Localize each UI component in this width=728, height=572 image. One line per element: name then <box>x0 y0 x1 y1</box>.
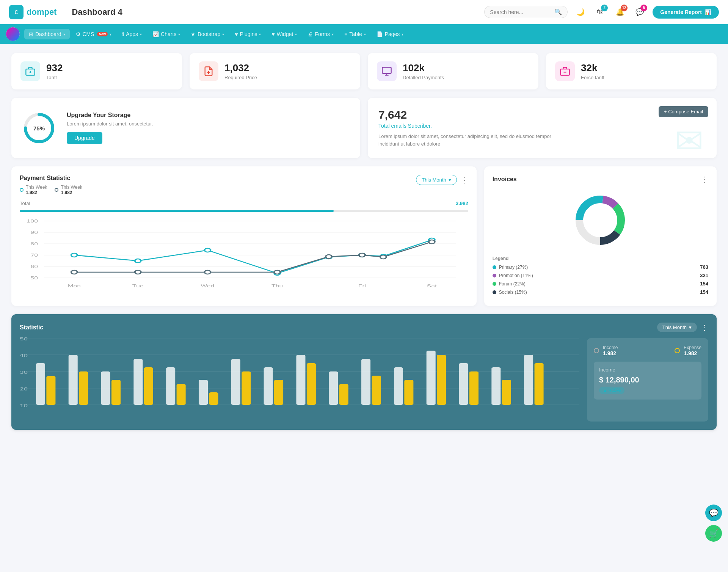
svg-rect-66 <box>111 380 121 405</box>
invoice-socials-left: Socials (15%) <box>493 290 527 295</box>
svg-point-39 <box>135 270 141 274</box>
tariff-value: 932 <box>46 62 63 74</box>
socials-dot <box>493 290 496 294</box>
svg-text:70: 70 <box>30 253 38 257</box>
payment-chart-header: Payment Statistic This Week 1.982 <box>20 175 468 195</box>
statistic-header: Statistic This Month ▾ ⋮ <box>20 323 708 332</box>
page-title: Dashboard 4 <box>72 7 122 17</box>
primary-label: Primary (27%) <box>499 265 528 270</box>
forms-nav-label: Forms <box>315 31 330 37</box>
svg-rect-82 <box>372 376 381 405</box>
price-stat-text: 1,032 Required Price <box>224 62 257 80</box>
promotion-dot <box>493 274 496 277</box>
income-detail-box: Income $ 12,890,00 ▲ +15% <box>594 362 701 400</box>
income-dot <box>594 348 599 353</box>
logo[interactable]: c dompet <box>9 5 56 19</box>
legend-week2-text: This Week 1.982 <box>61 185 82 195</box>
svg-point-43 <box>359 253 365 257</box>
cms-nav-icon: ⚙ <box>76 31 81 37</box>
payments-stat-text: 102k Detalled Payments <box>403 62 444 80</box>
svg-point-44 <box>380 255 386 259</box>
notification-button[interactable]: 🔔 12 <box>613 5 627 19</box>
cms-chevron-icon: ▾ <box>110 32 111 36</box>
income-text: Income 1.982 <box>603 345 618 356</box>
payment-total-label: Total <box>20 201 30 206</box>
svg-rect-72 <box>209 392 218 405</box>
price-label: Required Price <box>224 75 257 80</box>
nav-avatar <box>6 27 20 41</box>
svg-text:Sat: Sat <box>427 284 437 288</box>
charts-chevron-icon: ▾ <box>178 32 180 36</box>
statistic-month-label: This Month <box>662 324 687 330</box>
upgrade-button[interactable]: Upgrade <box>67 132 102 144</box>
dashboard-chevron-icon: ▾ <box>63 32 65 36</box>
storage-title: Upgrade Your Storage <box>67 112 153 119</box>
invoice-legend-forum: Forum (22%) 154 <box>493 281 708 287</box>
payments-icon <box>377 61 397 81</box>
svg-text:Fri: Fri <box>358 284 366 288</box>
nav-item-widget[interactable]: ♥ Widget ▾ <box>267 29 301 39</box>
logo-icon: c <box>9 5 24 19</box>
statistic-more-button[interactable]: ⋮ <box>701 323 708 332</box>
nav-item-bootstrap[interactable]: ★ Bootstrap ▾ <box>186 29 229 39</box>
primary-count: 763 <box>700 264 708 270</box>
legend-dot-dark <box>55 188 58 192</box>
svg-text:80: 80 <box>30 241 38 246</box>
chart-bar-icon: 📊 <box>705 9 711 15</box>
chat-button[interactable]: 💬 5 <box>633 5 646 19</box>
forms-chevron-icon: ▾ <box>332 32 334 36</box>
invoice-promotion-left: Promotion (11%) <box>493 273 533 278</box>
svg-text:Thu: Thu <box>271 284 283 288</box>
invoices-more-button[interactable]: ⋮ <box>701 175 708 184</box>
svg-rect-74 <box>242 371 251 405</box>
compose-email-button[interactable]: + Compose Email <box>659 106 708 117</box>
apps-nav-icon: ℹ <box>122 31 124 37</box>
payment-month-chevron: ▾ <box>449 177 451 183</box>
invoice-legend-promotion: Promotion (11%) 321 <box>493 273 708 278</box>
nav-item-charts[interactable]: 📈 Charts ▾ <box>148 29 185 39</box>
nav-item-apps[interactable]: ℹ Apps ▾ <box>118 29 146 39</box>
theme-toggle-button[interactable]: 🌙 <box>574 5 587 19</box>
invoice-legend: Legend Primary (27%) 763 Promotion (11%)… <box>493 256 708 295</box>
generate-report-button[interactable]: Generate Report 📊 <box>653 6 719 19</box>
apps-nav-label: Apps <box>126 31 138 37</box>
nav-item-dashboard[interactable]: ⊞ Dashboard ▾ <box>24 29 70 39</box>
svg-text:20: 20 <box>20 387 28 391</box>
cart-badge: 2 <box>601 5 608 11</box>
expense-value: 1.982 <box>684 350 701 356</box>
storage-card: 75% Upgrade Your Storage Lorem ipsum dol… <box>11 98 360 158</box>
nav-item-forms[interactable]: 🖨 Forms ▾ <box>303 29 338 39</box>
table-chevron-icon: ▾ <box>364 32 366 36</box>
statistic-month-filter[interactable]: This Month ▾ <box>657 323 697 332</box>
nav-item-table[interactable]: ≡ Table ▾ <box>340 29 370 39</box>
payment-more-button[interactable]: ⋮ <box>461 176 468 185</box>
nav-item-plugins[interactable]: ♥ Plugins ▾ <box>230 29 265 39</box>
svg-rect-61 <box>36 363 45 405</box>
dashboard-nav-icon: ⊞ <box>29 31 33 37</box>
nav-item-cms[interactable]: ⚙ CMS New ▾ <box>71 29 116 39</box>
email-card: + Compose Email 7,642 Total emails Subcr… <box>368 98 717 158</box>
tariff-stat-text: 932 Tariff <box>46 62 63 80</box>
income-label: Income <box>603 345 618 350</box>
tariff-icon <box>20 61 40 81</box>
svg-rect-86 <box>437 355 446 405</box>
bootstrap-nav-icon: ★ <box>191 31 196 37</box>
payment-chart-left: Payment Statistic This Week 1.982 <box>20 175 82 195</box>
income-expense-panel: Income 1.982 Expense 1.982 Income $ <box>587 338 708 422</box>
email-count: 7,642 <box>378 108 706 121</box>
svg-rect-5 <box>382 67 391 74</box>
widget-chevron-icon: ▾ <box>295 32 297 36</box>
cart-button[interactable]: 🛍 2 <box>593 5 607 19</box>
stat-card-tariff: 932 Tariff <box>11 53 182 89</box>
cms-new-badge: New <box>97 32 108 36</box>
plugins-nav-icon: ♥ <box>235 31 238 37</box>
svg-rect-83 <box>394 367 403 405</box>
stat-cards-grid: 932 Tariff 1,032 Required Price 10 <box>11 53 717 89</box>
income-item: Income 1.982 <box>594 345 618 356</box>
nav-item-pages[interactable]: 📄 Pages ▾ <box>372 29 408 39</box>
svg-rect-62 <box>46 376 55 405</box>
payment-month-filter[interactable]: This Month ▾ <box>416 175 457 185</box>
svg-rect-63 <box>69 355 78 405</box>
search-input[interactable] <box>490 9 551 15</box>
svg-rect-78 <box>307 363 316 405</box>
